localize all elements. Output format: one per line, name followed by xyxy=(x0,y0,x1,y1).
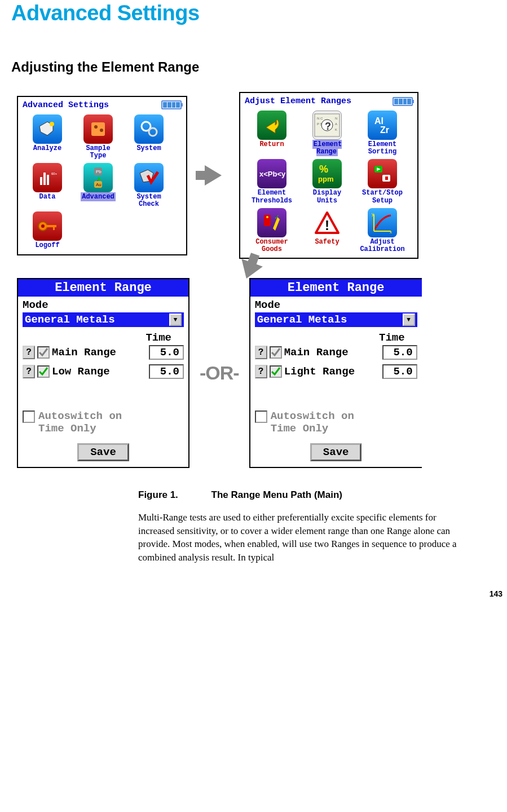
label: Logoff xyxy=(23,242,72,249)
range-row-main: ? Main Range 5.0 xyxy=(23,345,184,360)
autoswitch-row: Autoswitch on Time Only xyxy=(23,411,184,435)
autoswitch-row: Autoswitch on Time Only xyxy=(255,411,417,435)
check-icon xyxy=(134,163,164,192)
panel-title: Advanced Settings xyxy=(23,100,109,110)
figure-title: The Range Menu Path (Main) xyxy=(211,489,342,500)
svg-rect-7 xyxy=(43,173,46,185)
label: Data xyxy=(23,193,72,201)
menu-safety[interactable]: ! Safety xyxy=(300,208,354,253)
mode-dropdown[interactable]: General Metals ▼ xyxy=(23,312,184,327)
menu-system[interactable]: System xyxy=(124,114,174,160)
svg-rect-8 xyxy=(47,175,49,185)
menu-analyze[interactable]: Analyze xyxy=(23,114,72,160)
label: Element Range xyxy=(300,141,354,156)
svg-point-15 xyxy=(41,224,45,228)
menu-sample-type[interactable]: Sample Type xyxy=(73,114,123,160)
menu-element-sorting[interactable]: AlZr Element Sorting xyxy=(355,111,409,156)
menu-adjust-calibration[interactable]: yx Adjust Calibration xyxy=(355,208,409,253)
svg-text:y: y xyxy=(372,211,374,217)
svg-rect-16 xyxy=(46,225,56,227)
checkbox[interactable] xyxy=(37,346,50,359)
dropdown-arrow-icon: ▼ xyxy=(403,314,415,326)
menu-logoff[interactable]: Logoff xyxy=(23,211,72,249)
svg-point-2 xyxy=(94,125,98,129)
menu-return[interactable]: Return xyxy=(245,111,299,156)
label: Sample Type xyxy=(73,145,123,160)
panel-title: Element Range xyxy=(18,279,188,297)
svg-point-5 xyxy=(149,128,157,136)
mode-label: Mode xyxy=(255,299,417,311)
dropdown-arrow-icon: ▼ xyxy=(169,314,182,326)
svg-rect-33 xyxy=(385,176,388,180)
svg-text:N C: N C xyxy=(317,117,323,120)
label: Display Units xyxy=(300,189,354,204)
arrow-right-icon xyxy=(205,165,222,186)
range-name: Main Range xyxy=(52,346,147,359)
svg-text:%: % xyxy=(319,164,328,175)
range-name: Light Range xyxy=(284,365,380,378)
gears-icon xyxy=(134,114,164,144)
label: Adjust Calibration xyxy=(355,239,409,253)
label: Return xyxy=(245,141,299,148)
checkbox[interactable] xyxy=(23,411,35,423)
panel-title: Element Range xyxy=(250,279,422,297)
checkbox[interactable] xyxy=(37,365,50,378)
figure-caption: Figure 1. The Range Menu Path (Main) Mul… xyxy=(138,489,496,564)
panel-element-range-left: Element Range Mode General Metals ▼ Time… xyxy=(17,278,189,468)
svg-text:A: A xyxy=(335,122,337,126)
help-button[interactable]: ? xyxy=(23,346,35,359)
autoswitch-label: Autoswitch on Time Only xyxy=(38,411,122,435)
svg-point-3 xyxy=(100,129,103,132)
menu-display-units[interactable]: %ppm Display Units xyxy=(300,159,354,204)
svg-text:60+: 60+ xyxy=(51,172,58,175)
mode-value: General Metals xyxy=(25,314,115,326)
analyzer-icon xyxy=(33,114,62,144)
menu-element-thresholds[interactable]: x<Pb<y Element Thresholds xyxy=(245,159,299,204)
panel-advanced-settings: Advanced Settings Analyze Sample Type xyxy=(17,96,187,255)
time-value[interactable]: 5.0 xyxy=(382,364,417,379)
help-button[interactable]: ? xyxy=(255,346,267,359)
mode-value: General Metals xyxy=(257,314,347,326)
range-row-light: ? Light Range 5.0 xyxy=(255,364,417,379)
label: System Check xyxy=(124,193,174,208)
units-icon: %ppm xyxy=(312,159,342,188)
sample-icon xyxy=(83,114,113,144)
page-title: Advanced Settings xyxy=(11,1,496,25)
calibration-icon: yx xyxy=(368,208,397,237)
mode-dropdown[interactable]: General Metals ▼ xyxy=(255,312,417,327)
save-button[interactable]: Save xyxy=(77,443,129,461)
threshold-icon: x<Pb<y xyxy=(257,159,286,188)
menu-system-check[interactable]: System Check xyxy=(124,163,174,208)
menu-consumer-goods[interactable]: ✓ Consumer Goods xyxy=(245,208,299,253)
panel-adjust-element-ranges: Adjust Element Ranges Return N CP SNAK? … xyxy=(239,92,418,259)
key-icon xyxy=(33,211,62,241)
svg-text:!: ! xyxy=(325,218,329,233)
menu-start-stop-setup[interactable]: Start/Stop Setup xyxy=(355,159,409,204)
time-value[interactable]: 5.0 xyxy=(382,345,417,360)
svg-text:N: N xyxy=(335,117,337,120)
toy-icon: ✓ xyxy=(257,208,286,237)
menu-advanced[interactable]: PbAu Advanced xyxy=(73,163,123,208)
data-icon: 60+ xyxy=(33,163,62,192)
warning-icon: ! xyxy=(312,208,342,237)
help-button[interactable]: ? xyxy=(255,365,267,378)
caption-body: Multi-Range tests are used to either pre… xyxy=(138,511,471,564)
svg-text:Pb: Pb xyxy=(96,169,102,174)
svg-point-35 xyxy=(266,216,268,218)
checkbox[interactable] xyxy=(270,365,282,378)
autoswitch-label: Autoswitch on Time Only xyxy=(271,411,354,435)
time-value[interactable]: 5.0 xyxy=(149,364,184,379)
checkbox[interactable] xyxy=(255,411,267,423)
save-button[interactable]: Save xyxy=(310,443,362,461)
label: Advanced xyxy=(73,193,123,201)
time-header: Time xyxy=(23,332,184,344)
svg-point-0 xyxy=(50,122,54,126)
menu-element-range[interactable]: N CP SNAK? Element Range xyxy=(300,111,354,156)
range-name: Main Range xyxy=(284,346,380,359)
help-button[interactable]: ? xyxy=(23,365,35,378)
checkbox[interactable] xyxy=(270,346,282,359)
time-value[interactable]: 5.0 xyxy=(149,345,184,360)
page-number: 143 xyxy=(11,589,502,598)
label: Analyze xyxy=(23,145,72,152)
menu-data[interactable]: 60+ Data xyxy=(23,163,72,208)
